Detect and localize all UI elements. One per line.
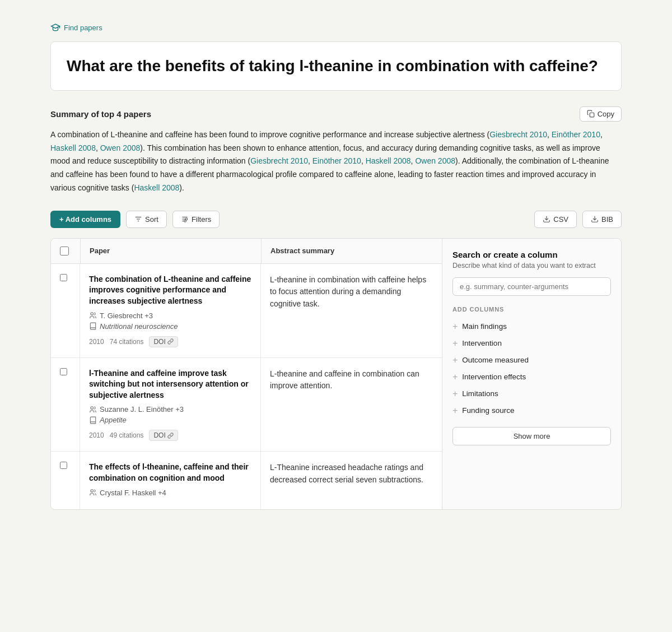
- row2-title: l-Theanine and caffeine improve task swi…: [89, 368, 251, 401]
- row1-paper-cell: The combination of L-theanine and caffei…: [80, 264, 261, 357]
- svg-point-9: [184, 220, 186, 222]
- row2-paper-cell: l-Theanine and caffeine improve task swi…: [80, 358, 261, 452]
- journal-icon: [89, 322, 97, 330]
- summary-header: Summary of top 4 papers Copy: [50, 106, 622, 122]
- plus-icon: +: [452, 322, 458, 331]
- toolbar: + Add columns Sort Filters: [50, 211, 622, 228]
- sort-icon: [134, 215, 142, 223]
- row1-authors: T. Giesbrecht +3: [89, 312, 251, 320]
- row2-authors: Suzanne J. L. Einöther +3: [89, 405, 251, 413]
- column-effects-label: Intervention effects: [462, 373, 526, 381]
- link-icon: [167, 433, 174, 439]
- column-option-limitations[interactable]: + Limitations: [452, 385, 611, 402]
- csv-label: CSV: [553, 215, 568, 224]
- query-text: What are the benefits of taking l-theani…: [67, 55, 605, 77]
- papers-table: Paper Abstract summary The combination o…: [50, 238, 622, 510]
- download-bib-icon: [591, 215, 599, 223]
- row1-title: The combination of L-theanine and caffei…: [89, 274, 251, 307]
- plus-icon: +: [452, 389, 458, 398]
- plus-icon: +: [452, 406, 458, 415]
- summary-section: Summary of top 4 papers Copy A combinati…: [50, 106, 622, 195]
- th-paper: Paper: [80, 239, 261, 263]
- ref-haskell-3[interactable]: Haskell 2008: [134, 183, 179, 192]
- ref-haskell-2[interactable]: Haskell 2008: [366, 156, 411, 165]
- svg-point-14: [91, 490, 94, 492]
- column-limitations-label: Limitations: [462, 389, 498, 398]
- ref-owen-2[interactable]: Owen 2008: [415, 156, 455, 165]
- row3-checkbox-cell: [51, 452, 80, 509]
- row2-doi[interactable]: DOI: [149, 430, 178, 441]
- toolbar-left: + Add columns Sort Filters: [50, 211, 220, 228]
- filters-icon: [181, 215, 189, 223]
- row3-title: The effects of l-theanine, caffeine and …: [89, 462, 251, 484]
- add-columns-section-label: ADD COLUMNS: [452, 306, 611, 313]
- row2-meta: 2010 49 citations DOI: [89, 430, 251, 441]
- find-papers-label: Find papers: [64, 24, 102, 32]
- ref-einother-1[interactable]: Einöther 2010: [552, 130, 600, 139]
- column-option-intervention-effects[interactable]: + Intervention effects: [452, 369, 611, 385]
- add-columns-label: + Add columns: [59, 215, 111, 224]
- panel-title: Search or create a column: [452, 250, 611, 259]
- ref-haskell-1[interactable]: Haskell 2008: [50, 143, 96, 152]
- query-box: What are the benefits of taking l-theani…: [50, 41, 622, 91]
- column-option-funding-source[interactable]: + Funding source: [452, 402, 611, 419]
- copy-button[interactable]: Copy: [580, 106, 622, 122]
- summary-body: A combination of L-theanine and caffeine…: [50, 128, 622, 195]
- row3-authors: Crystal F. Haskell +4: [89, 489, 251, 497]
- authors-icon: [89, 312, 97, 319]
- find-papers-link[interactable]: Find papers: [50, 22, 622, 32]
- table-row: The combination of L-theanine and caffei…: [51, 264, 442, 358]
- row1-meta: 2010 74 citations DOI: [89, 336, 251, 347]
- row3-paper-cell: The effects of l-theanine, caffeine and …: [80, 452, 261, 509]
- table-main: Paper Abstract summary The combination o…: [51, 239, 442, 509]
- journal-icon: [89, 416, 97, 424]
- column-option-intervention[interactable]: + Intervention: [452, 335, 611, 352]
- svg-point-12: [91, 313, 94, 315]
- plus-icon: +: [452, 356, 458, 365]
- row3-abstract: L-Theanine increased headache ratings an…: [261, 452, 442, 509]
- copy-icon: [587, 110, 595, 118]
- column-main-findings-label: Main findings: [462, 322, 507, 331]
- th-checkbox[interactable]: [51, 239, 80, 263]
- row3-checkbox[interactable]: [60, 462, 67, 469]
- copy-label: Copy: [598, 110, 614, 118]
- bib-button[interactable]: BIB: [582, 211, 622, 228]
- row1-checkbox-cell: [51, 264, 80, 357]
- row1-checkbox[interactable]: [60, 274, 67, 281]
- row2-journal: Appetite: [89, 416, 251, 424]
- sort-button[interactable]: Sort: [126, 211, 167, 228]
- column-outcome-label: Outcome measured: [462, 356, 529, 364]
- svg-point-8: [185, 219, 188, 221]
- row1-abstract: L-theanine in combination with caffeine …: [261, 264, 442, 357]
- row1-doi[interactable]: DOI: [149, 336, 178, 347]
- download-csv-icon: [543, 215, 550, 223]
- bib-label: BIB: [601, 215, 613, 224]
- ref-owen-1[interactable]: Owen 2008: [100, 143, 141, 152]
- row1-journal: Nutritional neuroscience: [89, 322, 251, 331]
- column-search-input[interactable]: [452, 277, 611, 296]
- table-row: The effects of l-theanine, caffeine and …: [51, 452, 442, 509]
- svg-point-13: [91, 407, 94, 410]
- plus-icon: +: [452, 373, 458, 382]
- panel-subtitle: Describe what kind of data you want to e…: [452, 262, 611, 269]
- ref-giesbrecht-1[interactable]: Giesbrecht 2010: [489, 130, 547, 139]
- show-more-button[interactable]: Show more: [452, 427, 611, 445]
- ref-giesbrecht-2[interactable]: Giesbrecht 2010: [250, 156, 308, 165]
- add-columns-button[interactable]: + Add columns: [50, 211, 120, 228]
- table-row: l-Theanine and caffeine improve task swi…: [51, 358, 442, 452]
- summary-title: Summary of top 4 papers: [50, 109, 151, 119]
- row2-abstract: L-theanine and caffeine in combination c…: [261, 358, 442, 452]
- graduation-cap-icon: [50, 22, 60, 32]
- filters-button[interactable]: Filters: [172, 211, 220, 228]
- svg-rect-1: [590, 113, 594, 118]
- th-abstract: Abstract summary: [261, 239, 442, 263]
- csv-button[interactable]: CSV: [534, 211, 577, 228]
- row2-checkbox[interactable]: [60, 368, 67, 375]
- select-all-checkbox[interactable]: [60, 247, 69, 255]
- column-option-outcome-measured[interactable]: + Outcome measured: [452, 352, 611, 369]
- ref-einother-2[interactable]: Einöther 2010: [312, 156, 361, 165]
- right-panel: Search or create a column Describe what …: [442, 239, 621, 509]
- sort-label: Sort: [145, 215, 158, 224]
- column-option-main-findings[interactable]: + Main findings: [452, 318, 611, 335]
- plus-icon: +: [452, 339, 458, 348]
